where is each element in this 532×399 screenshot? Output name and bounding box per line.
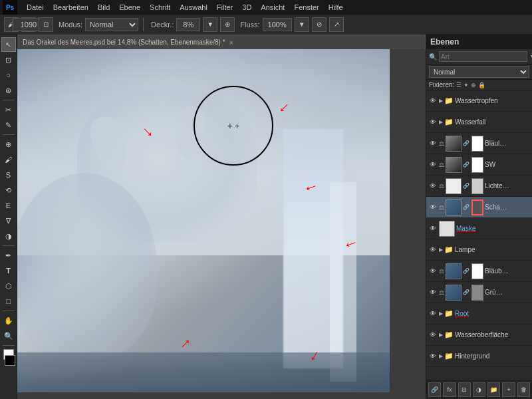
layer-item-scha[interactable]: 👁 ⚖ 🔗 Scha… [426,197,532,218]
canvas-tab[interactable]: Das Orakel des Meeres.psd bei 14,8% (Sch… [17,35,426,49]
eraser-tool[interactable]: E [1,198,16,213]
menu-ebene[interactable]: Ebene [115,2,144,13]
crop-tool[interactable]: ✂ [1,102,16,117]
lasso-tool[interactable]: ○ [1,68,16,82]
folder-arrow-wasserfall[interactable]: ▶ [439,119,443,125]
layer-item-wasserob[interactable]: 👁 ▶ 📁 Wasseroberfläche [426,325,532,346]
zoom-tool[interactable]: 🔍 [1,329,16,343]
layer-item-gru[interactable]: 👁 ⚖ 🔗 Grü… [426,282,532,303]
menu-schrift[interactable]: Schrift [146,2,174,13]
layer-item-hintergrund[interactable]: 👁 ▶ 📁 Hintergrund [426,346,532,367]
type-tool[interactable]: T [1,263,16,278]
panel-title: Ebenen [426,35,532,49]
move-tool[interactable]: ↖ [1,37,16,52]
layer-visibility-wassertropfen[interactable]: 👁 [428,96,438,106]
canvas-content[interactable]: + → → → → → → [17,49,426,392]
canvas-image[interactable]: + → → → → → → [17,49,390,392]
layer-item-blaub[interactable]: 👁 ⚖ 🔗 Bläub… [426,261,532,282]
layer-search-input[interactable] [439,51,527,62]
layer-visibility-scha[interactable]: 👁 [428,203,438,212]
layer-special-gru: ⚖ [439,289,444,296]
eyedropper-tool[interactable]: ✎ [1,118,16,132]
layer-visibility-root[interactable]: 👁 [428,309,438,319]
quick-select-tool[interactable]: ⊛ [1,83,16,98]
folder-arrow-hintergrund[interactable]: ▶ [439,353,443,359]
angle-button[interactable]: ↗ [329,17,344,32]
layer-style-button[interactable]: fx [443,382,456,397]
layer-visibility-lichte[interactable]: 👁 [428,182,438,191]
layer-chain-sw: 🔗 [463,162,469,168]
layer-visibility-blaul[interactable]: 👁 [428,139,438,148]
canvas-tab-title: Das Orakel des Meeres.psd bei 14,8% (Sch… [23,39,225,46]
layer-item-root[interactable]: 👁 ▶ 📁 Root [426,303,532,325]
shape-tool[interactable]: □ [1,294,16,309]
folder-arrow-root[interactable]: ▶ [439,311,443,317]
fix-icon-move[interactable]: ⊕ [471,82,476,88]
layer-name-blaul: Bläul… [485,140,530,147]
background-color[interactable] [5,355,15,366]
flow-input[interactable] [263,18,292,31]
layer-mask-button[interactable]: ⊟ [458,382,471,397]
link-layers-button[interactable]: 🔗 [428,382,441,397]
layer-visibility-lampe[interactable]: 👁 [428,245,438,255]
stamp-tool[interactable]: S [1,168,16,182]
menu-fenster[interactable]: Fenster [290,2,323,13]
layer-mode-select[interactable]: Normal [429,66,529,78]
layer-item-sw[interactable]: 👁 ⚖ 🔗 SW [426,154,532,176]
fix-icon-lock[interactable]: 🔒 [478,82,485,88]
history-tool[interactable]: ⟲ [1,183,16,198]
folder-arrow-lampe[interactable]: ▶ [439,247,443,253]
opacity-input[interactable] [176,18,200,31]
search-dropdown-icon[interactable]: ▼ [529,53,532,60]
layer-visibility-gru[interactable]: 👁 [428,288,438,297]
layer-visibility-hintergrund[interactable]: 👁 [428,352,438,361]
brush-preset-button[interactable]: ⊡ [39,17,53,32]
layer-item-maske[interactable]: 👁 Maske [426,218,532,239]
hand-tool[interactable]: ✋ [1,313,16,328]
canvas-tab-close[interactable]: × [229,39,233,47]
layer-name-hintergrund: Hintergrund [455,352,530,360]
path-tool[interactable]: ⬡ [1,279,16,293]
layer-item-wasserfall[interactable]: 👁 ▶ 📁 Wasserfall [426,112,532,133]
new-layer-button[interactable]: + [502,382,515,397]
layer-thumb-scha [446,200,462,215]
layer-visibility-maske[interactable]: 👁 [428,224,438,233]
layer-thumb-maske [439,221,455,237]
layer-name-scha: Scha… [485,203,530,211]
gradient-tool[interactable]: ∇ [1,213,16,228]
layer-item-lichte[interactable]: 👁 ⚖ 🔗 Lichte… [426,176,532,197]
layer-item-wassertropfen[interactable]: 👁 ▶ 📁 Wassertropfen [426,90,532,112]
menu-filter[interactable]: Filter [213,2,237,13]
folder-arrow-wasserob[interactable]: ▶ [439,332,443,338]
group-layer-button[interactable]: 📁 [487,382,500,397]
brush-tool[interactable]: 🖌 [1,152,16,167]
fix-icon-cross[interactable]: ✦ [464,82,469,88]
layer-visibility-sw[interactable]: 👁 [428,160,438,170]
delete-layer-button[interactable]: 🗑 [517,382,530,397]
mode-select[interactable]: Normal Multiplizieren Bildschirm [85,18,138,31]
healing-tool[interactable]: ⊕ [1,137,16,152]
pen-tool[interactable]: ✒ [1,248,16,263]
folder-arrow-wassertropfen[interactable]: ▶ [439,98,443,104]
menu-ansicht[interactable]: Ansicht [257,2,289,13]
menu-auswahl[interactable]: Auswahl [176,2,211,13]
fix-icon-grid[interactable]: ☰ [456,82,462,88]
opacity-arrow[interactable]: ▼ [203,17,217,32]
pressure-button[interactable]: ⊘ [312,17,327,32]
menu-hilfe[interactable]: Hilfe [325,2,347,13]
layer-visibility-wasserob[interactable]: 👁 [428,331,438,340]
menu-bearbeiten[interactable]: Bearbeiten [49,2,92,13]
adjustment-layer-button[interactable]: ◑ [473,382,485,397]
menu-bild[interactable]: Bild [94,2,114,13]
menu-datei[interactable]: Datei [23,2,48,13]
menu-3d[interactable]: 3D [238,2,255,13]
layer-item-lampe[interactable]: 👁 ▶ 📁 Lampe [426,239,532,261]
airbrush-button[interactable]: ⊕ [220,17,235,32]
flow-arrow[interactable]: ▼ [295,17,309,32]
layer-visibility-blaub[interactable]: 👁 [428,267,438,276]
layer-item-blaul[interactable]: 👁 ⚖ 🔗 Bläul… [426,133,532,154]
dodge-tool[interactable]: ◑ [1,229,16,243]
layer-visibility-wasserfall[interactable]: 👁 [428,118,438,127]
folder-icon-root: 📁 [444,309,454,318]
marquee-tool[interactable]: ⊡ [1,53,16,67]
